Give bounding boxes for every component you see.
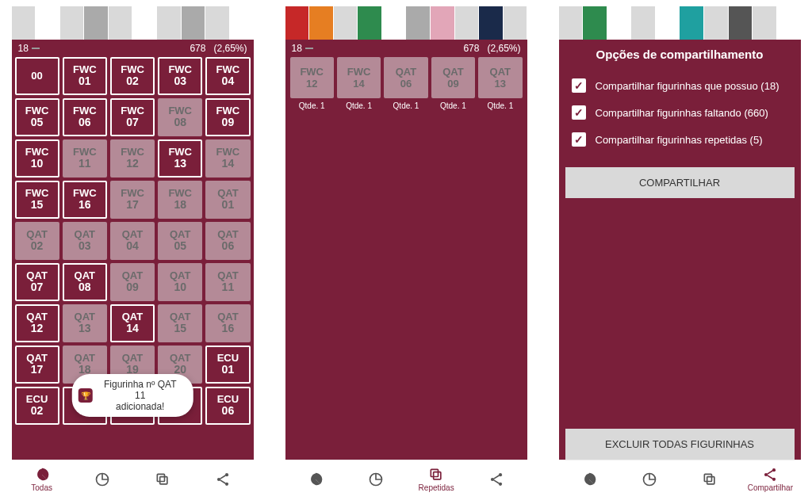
bottom-nav: Todas [12, 460, 254, 498]
stats-row: 18 678 (2,65%) [12, 40, 254, 55]
sticker-cell[interactable]: QAT01 [205, 181, 250, 219]
sticker-cell[interactable]: FWC08 [158, 98, 202, 136]
owned-count: 18 [292, 43, 302, 54]
share-option-label: Compartilhar figurinhas faltando (660) [596, 107, 768, 119]
nav-repetidas[interactable]: Repetidas [406, 460, 466, 498]
sticker-cell[interactable]: FWC10 [15, 139, 59, 178]
repetidas-row: FWC12FWC14QAT06QAT09QAT13 [285, 55, 527, 100]
sticker-cell[interactable]: FWC07 [110, 98, 155, 136]
sticker-cell[interactable]: FWC13 [158, 139, 202, 178]
sticker-cell[interactable]: FWC04 [205, 57, 250, 95]
dash-icon [32, 48, 40, 49]
sticker-cell[interactable]: QAT13 [63, 304, 107, 342]
sticker-cell[interactable]: FWC12 [110, 139, 155, 178]
sticker-cell[interactable]: ECU01 [205, 346, 250, 384]
trophy-icon: 🏆 [79, 388, 93, 403]
sticker-cell[interactable]: QAT16 [205, 304, 250, 342]
bottom-nav: Repetidas [285, 460, 527, 498]
nav-stats[interactable] [619, 460, 680, 498]
share-button[interactable]: COMPARTILHAR [565, 167, 795, 198]
screen-todas: 18 678 (2,65%) 00FWC01FWC02FWC03FWC04FWC… [12, 6, 254, 498]
share-option-owned[interactable]: ✓ Compartilhar figurinhas que possuo (18… [559, 72, 801, 99]
checkbox-icon: ✓ [572, 78, 586, 93]
nav-compartilhar[interactable] [193, 460, 253, 498]
sticker-cell[interactable]: 00 [15, 57, 59, 95]
sticker-cell[interactable]: FWC17 [110, 181, 155, 219]
nav-repetidas[interactable] [132, 460, 193, 498]
sticker-cell[interactable]: FWC06 [63, 98, 107, 136]
pie-filled-icon [308, 472, 324, 487]
sticker-cell[interactable]: QAT17 [15, 346, 59, 384]
dash-icon [305, 48, 313, 49]
screen-compartilhar: Opções de compartilhamento ✓ Compartilha… [559, 6, 801, 498]
toast-line1: Figurinha nº QAT 11 [98, 379, 182, 401]
sticker-cell[interactable]: QAT04 [110, 222, 155, 260]
preview-strip [12, 6, 254, 40]
sticker-cell[interactable]: QAT15 [158, 304, 202, 342]
stats-row: 18 678 (2,65%) [285, 40, 527, 55]
share-icon [215, 472, 231, 487]
sticker-cell[interactable]: QAT09 [110, 263, 155, 301]
screen-repetidas: 18 678 (2,65%) FWC12FWC14QAT06QAT09QAT13… [285, 6, 527, 498]
copy-icon [428, 467, 444, 483]
checkbox-icon: ✓ [572, 105, 586, 120]
sticker-cell[interactable]: FWC03 [158, 57, 202, 95]
copy-icon [702, 472, 718, 487]
delete-all-button[interactable]: EXCLUIR TODAS FIGURINHAS [565, 429, 795, 460]
sticker-cell[interactable]: QAT05 [158, 222, 202, 260]
pie-filled-icon [34, 467, 50, 483]
rep-qty: Qtde. 1 [290, 101, 334, 110]
nav-todas[interactable]: Todas [12, 460, 72, 498]
sticker-cell[interactable]: FWC11 [63, 139, 107, 178]
sticker-cell[interactable]: QAT03 [63, 222, 107, 260]
nav-repetidas[interactable] [680, 460, 740, 498]
percent: (2,65%) [213, 43, 247, 54]
pie-outline-icon [642, 472, 657, 487]
total-count: 678 [463, 43, 479, 54]
share-option-label: Compartilhar figurinhas repetidas (5) [596, 134, 763, 146]
sticker-cell[interactable]: QAT08 [63, 263, 107, 301]
share-option-reps[interactable]: ✓ Compartilhar figurinhas repetidas (5) [559, 126, 801, 153]
nav-todas[interactable] [285, 460, 346, 498]
rep-cell[interactable]: QAT06 [384, 57, 427, 98]
sticker-cell[interactable]: ECU02 [15, 387, 59, 425]
share-option-missing[interactable]: ✓ Compartilhar figurinhas faltando (660) [559, 99, 801, 126]
rep-cell[interactable]: QAT13 [478, 57, 522, 98]
checkbox-icon: ✓ [572, 132, 586, 147]
sticker-cell[interactable]: FWC01 [63, 57, 107, 95]
preview-strip [285, 6, 527, 40]
share-icon [488, 472, 504, 487]
rep-qty: Qtde. 1 [431, 101, 475, 110]
owned-count: 18 [18, 43, 29, 54]
share-icon [762, 467, 778, 483]
sticker-cell[interactable]: QAT02 [15, 222, 59, 260]
nav-compartilhar[interactable] [466, 460, 527, 498]
rep-cell[interactable]: QAT09 [431, 57, 475, 98]
sticker-cell[interactable]: FWC09 [205, 98, 250, 136]
rep-cell[interactable]: FWC12 [290, 57, 334, 98]
rep-cell[interactable]: FWC14 [337, 57, 381, 98]
pie-outline-icon [94, 472, 110, 487]
sticker-cell[interactable]: ECU06 [205, 387, 250, 425]
toast: 🏆 Figurinha nº QAT 11 adicionada! [72, 374, 193, 417]
rep-qty: Qtde. 1 [337, 101, 381, 110]
preview-strip [559, 6, 801, 40]
sticker-cell[interactable]: QAT06 [205, 222, 250, 260]
sticker-cell[interactable]: FWC05 [15, 98, 59, 136]
nav-stats[interactable] [346, 460, 406, 498]
percent: (2,65%) [487, 43, 520, 54]
sticker-cell[interactable]: FWC14 [205, 139, 250, 178]
sticker-cell[interactable]: QAT12 [15, 304, 59, 342]
sticker-cell[interactable]: QAT07 [15, 263, 59, 301]
sticker-cell[interactable]: QAT10 [158, 263, 202, 301]
nav-todas[interactable] [559, 460, 619, 498]
sticker-cell[interactable]: FWC18 [158, 181, 202, 219]
qty-row: Qtde. 1Qtde. 1Qtde. 1Qtde. 1Qtde. 1 [285, 100, 527, 110]
sticker-cell[interactable]: QAT11 [205, 263, 250, 301]
sticker-cell[interactable]: FWC15 [15, 181, 59, 219]
nav-compartilhar[interactable]: Compartilhar [740, 460, 800, 498]
sticker-cell[interactable]: QAT14 [110, 304, 155, 342]
nav-stats[interactable] [72, 460, 132, 498]
sticker-cell[interactable]: FWC16 [63, 181, 107, 219]
sticker-cell[interactable]: FWC02 [110, 57, 155, 95]
